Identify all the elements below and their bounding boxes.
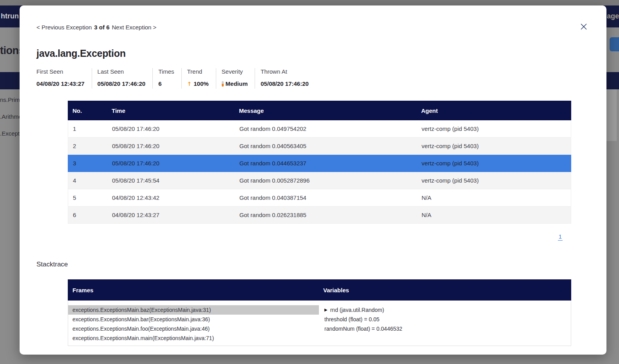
cell-agent: vertz-comp (pid 5403) — [417, 143, 571, 149]
variable-row: threshold (float) = 0.05 — [324, 315, 571, 324]
meta-trend: Trend ↑ 100% — [182, 68, 216, 89]
meta-thrown-at: Thrown At 05/08/20 17:46:20 — [255, 68, 316, 89]
cell-message: Got random 0.040387154 — [235, 194, 417, 201]
cell-no: 1 — [68, 125, 107, 132]
stacktrace-table: Frames Variables exceptions.ExceptionsMa… — [68, 279, 571, 346]
meta-severity: Severity Medium — [216, 68, 255, 89]
exception-pager: < Previous Exception 3 of 6 Next Excepti… — [36, 24, 156, 31]
stacktrace-body: exceptions.ExceptionsMain.baz(Exceptions… — [68, 301, 571, 346]
variables-list: ▶rnd (java.util.Random)threshold (float)… — [324, 305, 571, 346]
close-icon[interactable] — [580, 23, 588, 31]
column-header-no: No. — [68, 107, 107, 114]
background-row-fragment: .Arithme — [0, 113, 22, 120]
frames-list: exceptions.ExceptionsMain.baz(Exceptions… — [68, 305, 319, 346]
cell-no: 5 — [68, 194, 107, 201]
variable-text: threshold (float) = 0.05 — [324, 315, 379, 324]
expand-variable-icon[interactable]: ▶ — [324, 308, 328, 312]
table-row[interactable]: 604/08/20 12:43:27Got random 0.026231885… — [68, 206, 571, 224]
severity-indicator-icon — [222, 81, 224, 87]
exception-occurrences-table: No. Time Message Agent 105/08/20 17:46:2… — [68, 101, 571, 224]
table-row[interactable]: 504/08/20 12:43:42Got random 0.040387154… — [68, 189, 571, 206]
meta-last-seen: Last Seen 05/08/20 17:46:20 — [92, 68, 153, 89]
browser-top-strip — [0, 0, 619, 5]
cell-time: 04/08/20 12:43:27 — [107, 212, 235, 218]
cell-message: Got random 0.044653237 — [235, 160, 417, 167]
variable-row: ▶rnd (java.util.Random) — [324, 305, 571, 315]
cell-time: 05/08/20 17:45:54 — [107, 177, 235, 184]
column-header-variables: Variables — [323, 287, 571, 293]
cell-message: Got random 0.040563405 — [235, 143, 417, 149]
cell-time: 05/08/20 17:46:20 — [107, 160, 235, 167]
table-row[interactable]: 405/08/20 17:45:54Got random 0.005287289… — [68, 172, 571, 189]
stacktrace-frame[interactable]: exceptions.ExceptionsMain.foo(Exceptions… — [68, 324, 319, 333]
severity-value: Medium — [226, 80, 248, 87]
stacktrace-frame[interactable]: exceptions.ExceptionsMain.main(Exception… — [68, 333, 319, 343]
exception-details-modal: < Previous Exception 3 of 6 Next Excepti… — [20, 5, 606, 355]
stacktrace-header-row: Frames Variables — [68, 279, 571, 301]
header-menu-fragment: ager — [607, 12, 619, 20]
column-header-message: Message — [234, 107, 416, 114]
meta-first-seen: First Seen 04/08/20 12:43:27 — [36, 68, 92, 89]
cell-agent: vertz-comp (pid 5403) — [417, 125, 571, 132]
cell-agent: N/A — [417, 194, 571, 201]
meta-times: Times 6 — [153, 68, 181, 89]
cell-message: Got random 0.026231885 — [235, 212, 417, 218]
column-header-agent: Agent — [416, 107, 571, 114]
cell-agent: vertz-comp (pid 5403) — [417, 177, 571, 184]
variable-row: randomNum (float) = 0.0446532 — [324, 324, 571, 333]
cell-message: Got random 0.0052872896 — [235, 177, 417, 184]
exception-counter: 3 of 6 — [94, 24, 109, 31]
variable-text: randomNum (float) = 0.0446532 — [324, 324, 402, 333]
background-table-rows-fragment — [606, 89, 617, 141]
cell-no: 3 — [68, 160, 107, 167]
trend-value: 100% — [194, 80, 208, 87]
cell-agent: vertz-comp (pid 5403) — [417, 160, 571, 167]
exception-table-body: 105/08/20 17:46:20Got random 0.049754202… — [68, 120, 571, 224]
stacktrace-section-title: Stacktrace — [36, 261, 68, 268]
app-logo-fragment: htrun — [1, 12, 19, 20]
column-header-time: Time — [107, 107, 234, 114]
previous-exception-link[interactable]: < Previous Exception — [36, 24, 92, 31]
cell-time: 04/08/20 12:43:42 — [107, 194, 235, 201]
table-row[interactable]: 105/08/20 17:46:20Got random 0.049754202… — [68, 120, 571, 138]
background-row-fragment: .Excepti — [0, 130, 21, 137]
pagination-page-1[interactable]: 1 — [556, 233, 565, 240]
column-header-frames: Frames — [68, 287, 323, 293]
stacktrace-frame[interactable]: exceptions.ExceptionsMain.bar(Exceptions… — [68, 315, 319, 324]
stacktrace-frame[interactable]: exceptions.ExceptionsMain.baz(Exceptions… — [68, 305, 319, 315]
cell-agent: N/A — [417, 212, 571, 218]
cell-no: 6 — [68, 212, 107, 218]
table-row[interactable]: 205/08/20 17:46:20Got random 0.040563405… — [68, 138, 571, 155]
next-exception-link[interactable]: Next Exception > — [112, 24, 157, 31]
cell-time: 05/08/20 17:46:20 — [107, 143, 235, 149]
cell-message: Got random 0.049754202 — [235, 125, 417, 132]
table-header-row: No. Time Message Agent — [68, 101, 571, 120]
trend-up-arrow-icon: ↑ — [187, 81, 192, 87]
exception-meta-bar: First Seen 04/08/20 12:43:27 Last Seen 0… — [36, 68, 316, 89]
exception-title: java.lang.Exception — [36, 48, 126, 59]
variable-text: rnd (java.util.Random) — [330, 305, 384, 315]
cell-no: 2 — [68, 143, 107, 149]
cell-no: 4 — [68, 177, 107, 184]
cell-time: 05/08/20 17:46:20 — [107, 125, 235, 132]
background-blue-button-fragment — [610, 37, 619, 51]
table-row[interactable]: 305/08/20 17:46:20Got random 0.044653237… — [68, 155, 571, 172]
